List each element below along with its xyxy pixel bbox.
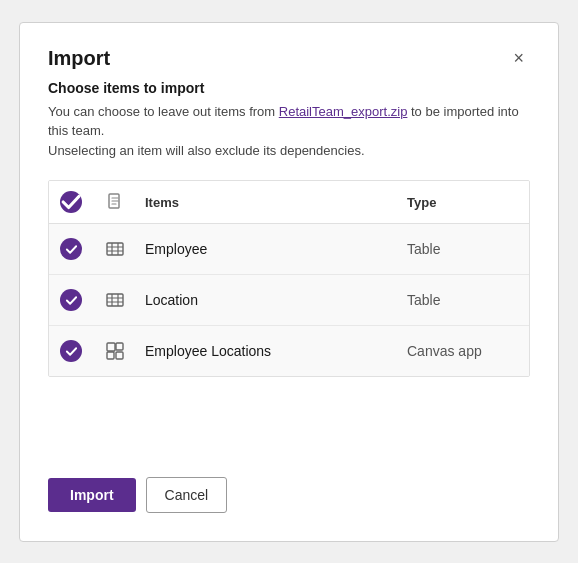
row3-type: Canvas app — [399, 343, 529, 359]
header-items: Items — [137, 195, 399, 210]
table-icon — [105, 239, 125, 259]
canvas-app-icon — [105, 341, 125, 361]
import-dialog: Import × Choose items to import You can … — [19, 22, 559, 542]
header-check-cell — [49, 191, 93, 213]
subtitle: Choose items to import — [48, 80, 530, 96]
header-checkmark-icon — [60, 191, 82, 213]
svg-rect-12 — [116, 343, 123, 350]
import-button[interactable]: Import — [48, 478, 136, 512]
header-check-icon — [60, 191, 82, 213]
table-icon — [105, 290, 125, 310]
row3-checkmark — [60, 340, 82, 362]
table-row: Employee Table — [49, 224, 529, 275]
table-row: Location Table — [49, 275, 529, 326]
close-button[interactable]: × — [507, 47, 530, 69]
dialog-title: Import — [48, 47, 110, 70]
svg-rect-6 — [107, 294, 123, 306]
svg-rect-14 — [116, 352, 123, 359]
cancel-button[interactable]: Cancel — [146, 477, 228, 513]
header-file-icon — [105, 192, 125, 212]
table-row: Employee Locations Canvas app — [49, 326, 529, 376]
row3-check[interactable] — [49, 340, 93, 362]
row3-name: Employee Locations — [137, 343, 399, 359]
row1-type: Table — [399, 241, 529, 257]
row2-checkmark — [60, 289, 82, 311]
description: You can choose to leave out items from R… — [48, 102, 530, 161]
svg-rect-1 — [107, 243, 123, 255]
dialog-footer: Import Cancel — [48, 477, 530, 513]
svg-rect-13 — [107, 352, 114, 359]
row1-check[interactable] — [49, 238, 93, 260]
checkmark-icon — [65, 243, 78, 256]
row3-icon-cell — [93, 341, 137, 361]
dialog-header: Import × — [48, 47, 530, 70]
header-icon-cell — [93, 192, 137, 212]
checkmark-icon — [65, 294, 78, 307]
row1-name: Employee — [137, 241, 399, 257]
svg-rect-11 — [107, 343, 115, 351]
row2-name: Location — [137, 292, 399, 308]
description-link: RetailTeam_export.zip — [279, 104, 408, 119]
row2-icon-cell — [93, 290, 137, 310]
items-table: Items Type Employe — [48, 180, 530, 377]
table-header: Items Type — [49, 181, 529, 224]
description-text1: You can choose to leave out items from — [48, 104, 279, 119]
row2-type: Table — [399, 292, 529, 308]
description-line2: Unselecting an item will also exclude it… — [48, 143, 365, 158]
row2-check[interactable] — [49, 289, 93, 311]
header-type: Type — [399, 195, 529, 210]
checkmark-icon — [65, 345, 78, 358]
row1-checkmark — [60, 238, 82, 260]
row1-icon-cell — [93, 239, 137, 259]
